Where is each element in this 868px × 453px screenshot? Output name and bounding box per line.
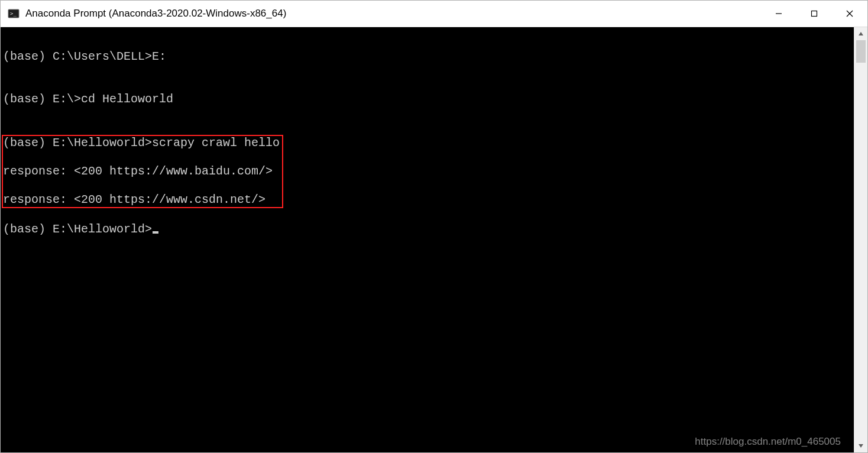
scroll-down-arrow-icon[interactable]: [854, 439, 867, 452]
minimize-button[interactable]: [761, 1, 796, 27]
terminal-line: response: <200 https://www.csdn.net/>: [3, 193, 280, 207]
svg-marker-6: [859, 32, 863, 35]
terminal-prompt-line: (base) E:\Helloworld>: [3, 222, 851, 237]
watermark-text: https://blog.csdn.net/m0_465005: [695, 435, 841, 449]
highlighted-block: (base) E:\Helloworld>scrapy crawl hello …: [2, 135, 283, 208]
svg-text:>_: >_: [10, 11, 17, 17]
terminal-output[interactable]: (base) C:\Users\DELL>E: (base) E:\>cd He…: [1, 27, 854, 452]
cursor-icon: [153, 231, 158, 234]
client-area: (base) C:\Users\DELL>E: (base) E:\>cd He…: [1, 27, 867, 452]
terminal-line: (base) E:\>cd Helloworld: [3, 92, 851, 106]
terminal-icon: >_: [8, 8, 20, 20]
vertical-scrollbar[interactable]: [854, 27, 867, 452]
window-frame: >_ Anaconda Prompt (Anaconda3-2020.02-Wi…: [0, 0, 868, 453]
svg-marker-7: [859, 444, 863, 448]
close-button[interactable]: [832, 1, 867, 27]
scroll-up-arrow-icon[interactable]: [854, 27, 867, 40]
terminal-line: (base) C:\Users\DELL>E:: [3, 50, 851, 64]
window-controls: [761, 1, 867, 27]
scroll-thumb[interactable]: [856, 40, 866, 63]
svg-rect-3: [812, 11, 817, 17]
title-bar[interactable]: >_ Anaconda Prompt (Anaconda3-2020.02-Wi…: [1, 1, 867, 27]
terminal-line: (base) E:\Helloworld>scrapy crawl hello: [3, 136, 280, 150]
window-title: Anaconda Prompt (Anaconda3-2020.02-Windo…: [25, 8, 761, 20]
terminal-prompt: (base) E:\Helloworld>: [3, 222, 152, 236]
terminal-line: response: <200 https://www.baidu.com/>: [3, 164, 280, 179]
maximize-button[interactable]: [796, 1, 832, 27]
